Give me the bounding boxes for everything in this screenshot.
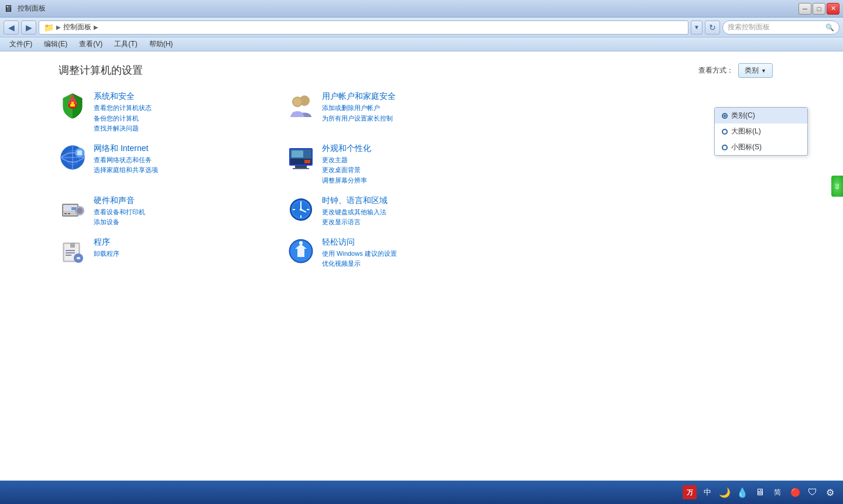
appearance-link-2[interactable]: 调整屏幕分辨率: [322, 176, 371, 186]
taskbar-icon-3[interactable]: 💧: [735, 485, 749, 499]
taskbar-icon-6[interactable]: 🔴: [788, 485, 802, 499]
svg-rect-41: [66, 250, 75, 251]
appearance-title[interactable]: 外观和个性化: [322, 143, 371, 154]
ease-link-1[interactable]: 优化视频显示: [322, 259, 397, 269]
security-link-0[interactable]: 查看您的计算机状态: [94, 103, 152, 114]
menu-tools[interactable]: 工具(T): [109, 38, 142, 50]
path-text: 控制面板: [63, 22, 91, 32]
svg-rect-28: [68, 213, 70, 214]
taskbar: 万 中 🌙 💧 🖥 简 🔴 🛡 ⚙: [0, 481, 843, 504]
appearance-link-1[interactable]: 更改桌面背景: [322, 165, 371, 176]
ease-title[interactable]: 轻松访问: [322, 237, 397, 248]
hardware-link-1[interactable]: 添加设备: [94, 217, 145, 228]
categories-grid: 系统和安全 查看您的计算机状态 备份您的计算机 查找并解决问题 用户帐户和家庭安: [59, 91, 468, 269]
security-icon: [59, 91, 87, 119]
main-content: 调整计算机的设置 查看方式： 类别 ▼ 类别(C) 大图标(L) 小图标(S): [0, 52, 843, 481]
forward-button[interactable]: ▶: [21, 20, 36, 35]
category-network: 网络和 Internet 查看网络状态和任务 选择家庭组和共享选项: [59, 143, 240, 186]
view-option-large-icon[interactable]: 大图标(L): [715, 124, 807, 139]
svg-rect-19: [292, 150, 303, 157]
view-option-category[interactable]: 类别(C): [715, 108, 807, 124]
menu-view[interactable]: 查看(V): [74, 38, 107, 50]
security-link-2[interactable]: 查找并解决问题: [94, 124, 152, 134]
programs-content: 程序 卸载程序: [94, 237, 119, 259]
programs-link-0[interactable]: 卸载程序: [94, 249, 119, 259]
svg-point-48: [299, 241, 303, 245]
view-popup: 类别(C) 大图标(L) 小图标(S): [714, 107, 808, 156]
clock-content: 时钟、语言和区域 更改键盘或其他输入法 更改显示语言: [322, 196, 388, 228]
users-icon: [287, 91, 315, 119]
svg-rect-17: [295, 166, 307, 168]
svg-point-34: [300, 208, 302, 211]
hardware-content: 硬件和声音 查看设备和打印机 添加设备: [94, 196, 145, 228]
search-box[interactable]: 搜索控制面板 🔍: [722, 20, 839, 35]
network-link-0[interactable]: 查看网络状态和任务: [94, 155, 158, 166]
title-bar: 🖥 控制面板 ─ □ ✕: [0, 0, 843, 18]
clock-link-0[interactable]: 更改键盘或其他输入法: [322, 207, 388, 218]
page-title: 调整计算机的设置: [59, 63, 143, 77]
programs-icon: [59, 237, 87, 265]
taskbar-icon-4[interactable]: 🖥: [753, 485, 767, 499]
taskbar-icon-8[interactable]: ⚙: [823, 485, 837, 499]
users-title[interactable]: 用户帐户和家庭安全: [322, 91, 396, 102]
svg-rect-42: [66, 252, 75, 253]
appearance-content: 外观和个性化 更改主题 更改桌面背景 调整屏幕分辨率: [322, 143, 371, 186]
clock-title[interactable]: 时钟、语言和区域: [322, 196, 388, 206]
network-title[interactable]: 网络和 Internet: [94, 143, 158, 154]
address-path[interactable]: 📁 ▶ 控制面板 ▶: [39, 20, 688, 35]
window-title: 控制面板: [18, 4, 46, 13]
view-label: 查看方式：: [698, 66, 734, 76]
clock-icon: [287, 196, 315, 224]
refresh-button[interactable]: ↻: [705, 20, 720, 35]
appearance-link-0[interactable]: 更改主题: [322, 155, 371, 166]
security-title[interactable]: 系统和安全: [94, 91, 152, 102]
users-link-0[interactable]: 添加或删除用户帐户: [322, 103, 396, 114]
clock-link-1[interactable]: 更改显示语言: [322, 217, 388, 228]
title-bar-controls: ─ □ ✕: [799, 3, 839, 15]
programs-title[interactable]: 程序: [94, 237, 119, 248]
menu-file[interactable]: 文件(F): [5, 38, 37, 50]
address-dropdown-button[interactable]: ▼: [691, 20, 702, 35]
category-security: 系统和安全 查看您的计算机状态 备份您的计算机 查找并解决问题: [59, 91, 240, 134]
svg-rect-20: [304, 160, 310, 163]
menu-edit[interactable]: 编辑(E): [39, 38, 72, 50]
view-option-small-label: 小图标(S): [731, 142, 762, 152]
category-clock: 时钟、语言和区域 更改键盘或其他输入法 更改显示语言: [287, 196, 468, 228]
path-separator: ▶: [56, 24, 61, 30]
hardware-title[interactable]: 硬件和声音: [94, 196, 145, 206]
users-link-1[interactable]: 为所有用户设置家长控制: [322, 114, 396, 124]
title-bar-left: 🖥 控制面板: [4, 4, 46, 14]
taskbar-icon-2[interactable]: 🌙: [718, 485, 732, 499]
taskbar-icon-5[interactable]: 简: [770, 485, 784, 499]
side-button[interactable]: 39: [831, 176, 843, 197]
hardware-icon: [59, 196, 87, 224]
back-button[interactable]: ◀: [4, 20, 19, 35]
taskbar-icon-1[interactable]: 中: [700, 485, 714, 499]
svg-rect-45: [77, 257, 80, 259]
view-mode-button[interactable]: 类别 ▼: [738, 63, 773, 78]
folder-icon: 📁: [44, 23, 54, 32]
ease-link-0[interactable]: 使用 Windows 建议的设置: [322, 249, 397, 259]
maximize-button[interactable]: □: [813, 3, 825, 15]
address-bar: ◀ ▶ 📁 ▶ 控制面板 ▶ ▼ ↻ 搜索控制面板 🔍: [0, 18, 843, 37]
menu-bar: 文件(F) 编辑(E) 查看(V) 工具(T) 帮助(H): [0, 37, 843, 52]
security-link-1[interactable]: 备份您的计算机: [94, 114, 152, 124]
minimize-button[interactable]: ─: [799, 3, 811, 15]
svg-rect-2: [70, 104, 75, 107]
network-link-1[interactable]: 选择家庭组和共享选项: [94, 165, 158, 176]
appearance-icon: [287, 143, 315, 172]
view-option-small-icon[interactable]: 小图标(S): [715, 139, 807, 155]
network-content: 网络和 Internet 查看网络状态和任务 选择家庭组和共享选项: [94, 143, 158, 176]
taskbar-icon-0[interactable]: 万: [683, 485, 697, 499]
svg-rect-18: [293, 168, 309, 169]
side-btn-label: 39: [834, 183, 840, 189]
close-button[interactable]: ✕: [827, 3, 839, 15]
view-btn-arrow: ▼: [761, 68, 766, 74]
search-placeholder: 搜索控制面板: [728, 22, 770, 32]
svg-point-5: [293, 97, 302, 107]
svg-point-25: [77, 208, 83, 214]
taskbar-icon-7[interactable]: 🛡: [806, 485, 820, 499]
view-option-large-label: 大图标(L): [731, 126, 761, 136]
hardware-link-0[interactable]: 查看设备和打印机: [94, 207, 145, 218]
menu-help[interactable]: 帮助(H): [145, 38, 178, 50]
